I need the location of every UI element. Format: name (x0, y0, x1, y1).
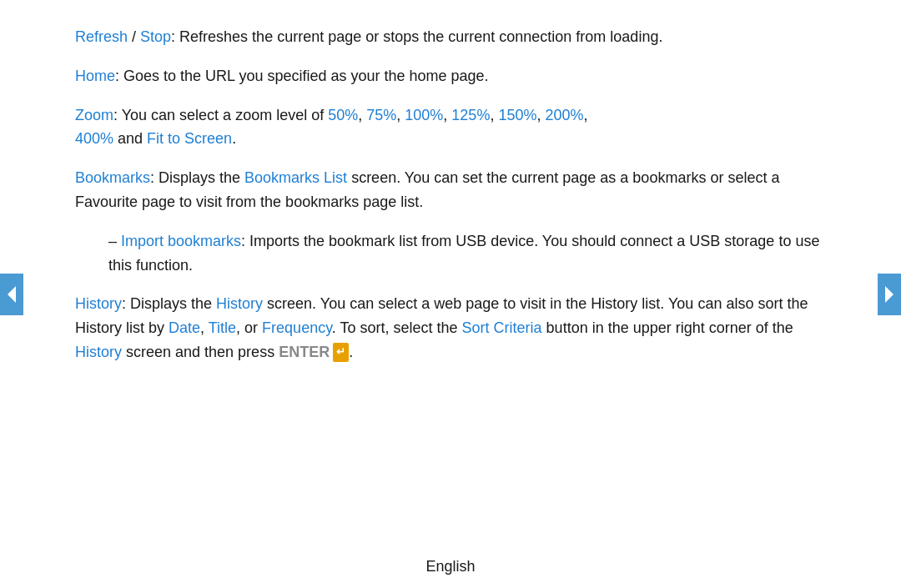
nav-left-arrow[interactable] (0, 274, 23, 315)
refresh-body: : Refreshes the current page or stops th… (171, 28, 662, 45)
zoom-75[interactable]: 75% (366, 107, 396, 123)
sort-criteria-link[interactable]: Sort Criteria (462, 319, 542, 336)
history-end: . (349, 344, 353, 360)
footer-language: English (425, 558, 475, 575)
zoom-end: . (232, 130, 236, 147)
history-link-1[interactable]: History (75, 295, 122, 312)
home-link[interactable]: Home (75, 68, 115, 84)
history-body5: screen and then press (122, 344, 279, 360)
footer: English (0, 558, 901, 575)
comma2: , or (236, 319, 262, 336)
slash-separator: / (128, 28, 140, 45)
paragraph-home: Home: Goes to the URL you specified as y… (75, 64, 834, 88)
history-link-3[interactable]: History (75, 344, 122, 360)
bookmarks-list-link[interactable]: Bookmarks List (244, 169, 347, 186)
title-link[interactable]: Title (209, 319, 236, 336)
paragraph-import-bookmarks: Import bookmarks: Imports the bookmark l… (75, 229, 834, 278)
svg-marker-1 (885, 286, 893, 303)
bookmarks-link[interactable]: Bookmarks (75, 169, 150, 186)
zoom-150[interactable]: 150% (498, 107, 536, 123)
zoom-link[interactable]: Zoom (75, 107, 113, 123)
history-link-2[interactable]: History (216, 295, 263, 312)
refresh-link[interactable]: Refresh (75, 28, 128, 45)
paragraph-refresh: Refresh / Stop: Refreshes the current pa… (75, 25, 834, 49)
enter-key: ENTER↵ (279, 340, 349, 364)
home-body: : Goes to the URL you specified as your … (115, 68, 489, 84)
date-link[interactable]: Date (169, 319, 200, 336)
history-body3: . To sort, select the (332, 319, 462, 336)
paragraph-history: History: Displays the History screen. Yo… (75, 292, 834, 364)
paragraph-zoom: Zoom: You can select a zoom level of 50%… (75, 103, 834, 152)
paragraph-bookmarks: Bookmarks: Displays the Bookmarks List s… (75, 166, 834, 214)
import-bookmarks-link[interactable]: Import bookmarks (121, 233, 241, 249)
zoom-100[interactable]: 100% (405, 107, 443, 123)
enter-icon: ↵ (333, 343, 349, 362)
comma1: , (200, 319, 209, 336)
zoom-200[interactable]: 200% (545, 107, 583, 123)
stop-link[interactable]: Stop (140, 28, 171, 45)
enter-text: ENTER (279, 340, 330, 364)
svg-marker-0 (8, 286, 16, 303)
zoom-125[interactable]: 125% (451, 107, 490, 123)
zoom-50[interactable]: 50% (328, 107, 358, 123)
nav-right-arrow[interactable] (878, 274, 901, 315)
bookmarks-body1: : Displays the (150, 169, 244, 186)
zoom-400[interactable]: 400% (75, 130, 113, 147)
frequency-link[interactable]: Frequency (262, 319, 332, 336)
history-body4: button in the upper right corner of the (542, 319, 793, 336)
fit-to-screen-link[interactable]: Fit to Screen (147, 130, 232, 147)
main-content: Refresh / Stop: Refreshes the current pa… (0, 0, 901, 555)
history-body1: : Displays the (122, 295, 216, 312)
zoom-body: : You can select a zoom level of (113, 107, 328, 123)
zoom-and: and (113, 130, 147, 147)
